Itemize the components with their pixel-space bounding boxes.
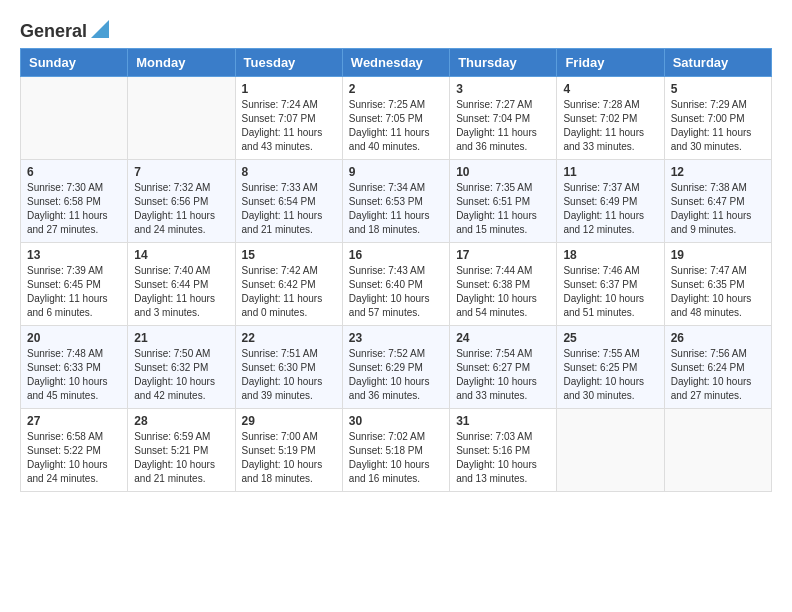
day-number: 1: [242, 82, 336, 96]
day-number: 10: [456, 165, 550, 179]
calendar-cell: 27Sunrise: 6:58 AMSunset: 5:22 PMDayligh…: [21, 409, 128, 492]
day-number: 3: [456, 82, 550, 96]
calendar-header-row: SundayMondayTuesdayWednesdayThursdayFrid…: [21, 49, 772, 77]
day-number: 31: [456, 414, 550, 428]
calendar-cell: 4Sunrise: 7:28 AMSunset: 7:02 PMDaylight…: [557, 77, 664, 160]
day-info: Sunrise: 7:43 AMSunset: 6:40 PMDaylight:…: [349, 264, 443, 320]
day-number: 4: [563, 82, 657, 96]
day-info: Sunrise: 7:44 AMSunset: 6:38 PMDaylight:…: [456, 264, 550, 320]
day-info: Sunrise: 7:42 AMSunset: 6:42 PMDaylight:…: [242, 264, 336, 320]
day-number: 15: [242, 248, 336, 262]
calendar-table: SundayMondayTuesdayWednesdayThursdayFrid…: [20, 48, 772, 492]
calendar-cell: [21, 77, 128, 160]
calendar-cell: 8Sunrise: 7:33 AMSunset: 6:54 PMDaylight…: [235, 160, 342, 243]
weekday-header-sunday: Sunday: [21, 49, 128, 77]
calendar-cell: 30Sunrise: 7:02 AMSunset: 5:18 PMDayligh…: [342, 409, 449, 492]
calendar-cell: 1Sunrise: 7:24 AMSunset: 7:07 PMDaylight…: [235, 77, 342, 160]
day-number: 13: [27, 248, 121, 262]
calendar-cell: 29Sunrise: 7:00 AMSunset: 5:19 PMDayligh…: [235, 409, 342, 492]
day-number: 22: [242, 331, 336, 345]
logo: General: [20, 20, 109, 38]
day-info: Sunrise: 6:58 AMSunset: 5:22 PMDaylight:…: [27, 430, 121, 486]
calendar-cell: 9Sunrise: 7:34 AMSunset: 6:53 PMDaylight…: [342, 160, 449, 243]
weekday-header-monday: Monday: [128, 49, 235, 77]
calendar-cell: 11Sunrise: 7:37 AMSunset: 6:49 PMDayligh…: [557, 160, 664, 243]
calendar-cell: 21Sunrise: 7:50 AMSunset: 6:32 PMDayligh…: [128, 326, 235, 409]
calendar-cell: 10Sunrise: 7:35 AMSunset: 6:51 PMDayligh…: [450, 160, 557, 243]
calendar-cell: 26Sunrise: 7:56 AMSunset: 6:24 PMDayligh…: [664, 326, 771, 409]
calendar-cell: 20Sunrise: 7:48 AMSunset: 6:33 PMDayligh…: [21, 326, 128, 409]
calendar-week-row: 1Sunrise: 7:24 AMSunset: 7:07 PMDaylight…: [21, 77, 772, 160]
day-number: 7: [134, 165, 228, 179]
day-number: 6: [27, 165, 121, 179]
calendar-cell: 18Sunrise: 7:46 AMSunset: 6:37 PMDayligh…: [557, 243, 664, 326]
day-number: 2: [349, 82, 443, 96]
day-info: Sunrise: 7:55 AMSunset: 6:25 PMDaylight:…: [563, 347, 657, 403]
calendar-cell: 6Sunrise: 7:30 AMSunset: 6:58 PMDaylight…: [21, 160, 128, 243]
day-info: Sunrise: 7:54 AMSunset: 6:27 PMDaylight:…: [456, 347, 550, 403]
day-info: Sunrise: 7:32 AMSunset: 6:56 PMDaylight:…: [134, 181, 228, 237]
calendar-cell: [664, 409, 771, 492]
day-info: Sunrise: 7:40 AMSunset: 6:44 PMDaylight:…: [134, 264, 228, 320]
day-info: Sunrise: 7:37 AMSunset: 6:49 PMDaylight:…: [563, 181, 657, 237]
day-number: 19: [671, 248, 765, 262]
calendar-cell: 28Sunrise: 6:59 AMSunset: 5:21 PMDayligh…: [128, 409, 235, 492]
day-number: 18: [563, 248, 657, 262]
day-number: 12: [671, 165, 765, 179]
day-number: 30: [349, 414, 443, 428]
day-info: Sunrise: 7:02 AMSunset: 5:18 PMDaylight:…: [349, 430, 443, 486]
day-number: 17: [456, 248, 550, 262]
day-info: Sunrise: 7:46 AMSunset: 6:37 PMDaylight:…: [563, 264, 657, 320]
calendar-cell: 12Sunrise: 7:38 AMSunset: 6:47 PMDayligh…: [664, 160, 771, 243]
calendar-cell: [128, 77, 235, 160]
day-number: 5: [671, 82, 765, 96]
day-number: 14: [134, 248, 228, 262]
logo-arrow-icon: [91, 20, 109, 42]
calendar-cell: 3Sunrise: 7:27 AMSunset: 7:04 PMDaylight…: [450, 77, 557, 160]
day-info: Sunrise: 7:39 AMSunset: 6:45 PMDaylight:…: [27, 264, 121, 320]
day-number: 28: [134, 414, 228, 428]
day-info: Sunrise: 7:38 AMSunset: 6:47 PMDaylight:…: [671, 181, 765, 237]
day-info: Sunrise: 7:35 AMSunset: 6:51 PMDaylight:…: [456, 181, 550, 237]
day-info: Sunrise: 7:30 AMSunset: 6:58 PMDaylight:…: [27, 181, 121, 237]
day-number: 11: [563, 165, 657, 179]
weekday-header-saturday: Saturday: [664, 49, 771, 77]
weekday-header-thursday: Thursday: [450, 49, 557, 77]
calendar-cell: 5Sunrise: 7:29 AMSunset: 7:00 PMDaylight…: [664, 77, 771, 160]
calendar-cell: 17Sunrise: 7:44 AMSunset: 6:38 PMDayligh…: [450, 243, 557, 326]
day-info: Sunrise: 7:25 AMSunset: 7:05 PMDaylight:…: [349, 98, 443, 154]
calendar-cell: 14Sunrise: 7:40 AMSunset: 6:44 PMDayligh…: [128, 243, 235, 326]
day-number: 26: [671, 331, 765, 345]
day-number: 27: [27, 414, 121, 428]
calendar-cell: 15Sunrise: 7:42 AMSunset: 6:42 PMDayligh…: [235, 243, 342, 326]
day-number: 23: [349, 331, 443, 345]
weekday-header-wednesday: Wednesday: [342, 49, 449, 77]
calendar-cell: 2Sunrise: 7:25 AMSunset: 7:05 PMDaylight…: [342, 77, 449, 160]
day-info: Sunrise: 7:27 AMSunset: 7:04 PMDaylight:…: [456, 98, 550, 154]
day-info: Sunrise: 7:56 AMSunset: 6:24 PMDaylight:…: [671, 347, 765, 403]
day-info: Sunrise: 7:52 AMSunset: 6:29 PMDaylight:…: [349, 347, 443, 403]
day-info: Sunrise: 7:34 AMSunset: 6:53 PMDaylight:…: [349, 181, 443, 237]
svg-marker-0: [91, 20, 109, 38]
day-info: Sunrise: 6:59 AMSunset: 5:21 PMDaylight:…: [134, 430, 228, 486]
calendar-week-row: 20Sunrise: 7:48 AMSunset: 6:33 PMDayligh…: [21, 326, 772, 409]
calendar-cell: 13Sunrise: 7:39 AMSunset: 6:45 PMDayligh…: [21, 243, 128, 326]
calendar-week-row: 27Sunrise: 6:58 AMSunset: 5:22 PMDayligh…: [21, 409, 772, 492]
calendar-cell: 22Sunrise: 7:51 AMSunset: 6:30 PMDayligh…: [235, 326, 342, 409]
day-info: Sunrise: 7:51 AMSunset: 6:30 PMDaylight:…: [242, 347, 336, 403]
day-number: 25: [563, 331, 657, 345]
day-number: 9: [349, 165, 443, 179]
day-number: 21: [134, 331, 228, 345]
day-info: Sunrise: 7:24 AMSunset: 7:07 PMDaylight:…: [242, 98, 336, 154]
day-info: Sunrise: 7:03 AMSunset: 5:16 PMDaylight:…: [456, 430, 550, 486]
day-number: 16: [349, 248, 443, 262]
day-info: Sunrise: 7:48 AMSunset: 6:33 PMDaylight:…: [27, 347, 121, 403]
logo-general-text: General: [20, 21, 87, 42]
weekday-header-friday: Friday: [557, 49, 664, 77]
calendar-cell: 23Sunrise: 7:52 AMSunset: 6:29 PMDayligh…: [342, 326, 449, 409]
day-info: Sunrise: 7:33 AMSunset: 6:54 PMDaylight:…: [242, 181, 336, 237]
header: General: [20, 20, 772, 38]
day-number: 8: [242, 165, 336, 179]
weekday-header-tuesday: Tuesday: [235, 49, 342, 77]
day-info: Sunrise: 7:00 AMSunset: 5:19 PMDaylight:…: [242, 430, 336, 486]
